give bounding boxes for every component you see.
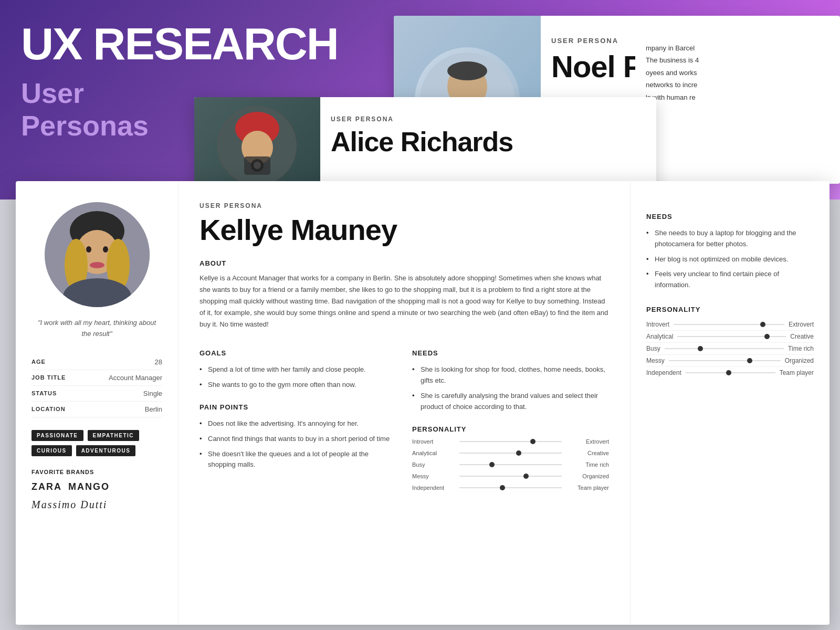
about-title: ABOUT [200,259,609,267]
brands-section: FAVORITE BRANDS ZARA MANGO Massimo Dutti [32,469,162,511]
slider-busy-timerich: Busy Time rich [412,461,609,468]
alice-persona-label: USER PERSONA [331,116,513,123]
slider-right-timerich: Time rich [567,461,609,468]
brand-zara: ZARA [32,481,62,492]
noel-right-text: mpany in Barcel The business is 4 oyees … [635,29,840,176]
needs-main-list: She is looking for shop for food, clothe… [412,362,609,414]
right-label-creative: Creative [790,333,814,340]
age-label: AGE [32,359,46,365]
slider-left-busy: Busy [412,461,454,468]
kellye-stats: AGE 28 JOB TITLE Account Manager STATUS … [32,354,162,417]
brand-mango: MANGO [68,481,110,492]
stat-age: AGE 28 [32,354,162,370]
kellye-quote: "I work with all my heart, thinking abou… [32,318,162,340]
svg-point-11 [254,162,261,169]
header-title-area: UX RESEARCH User Personas [21,21,338,142]
pain-3: She doesn't like the queues and a lot of… [200,447,396,473]
ux-research-title: UX RESEARCH [21,21,338,66]
brands-logos: ZARA MANGO Massimo Dutti [32,481,162,511]
slider-track-3 [459,464,562,465]
right-label-independent: Independent [646,369,681,376]
goals-title: GOALS [200,349,396,357]
location-label: LOCATION [32,406,66,412]
goal-2: She wants to go to the gym more often th… [200,377,396,393]
right-label-introvert: Introvert [646,321,669,328]
kellye-persona-label: USER PERSONA [200,202,609,209]
tag-curious: CURIOUS [32,445,72,456]
right-need-1: She needs to buy a laptop for blogging a… [646,226,814,252]
right-dot-2 [764,334,770,339]
need-2: She is carefully analysing the brand val… [412,388,609,415]
tag-passionate: PASSIONATE [32,430,83,441]
slider-right-organized: Organized [567,473,609,479]
slider-messy-organized: Messy Organized [412,473,609,479]
right-dot-3 [698,346,703,351]
goals-list: Spend a lot of time with her family and … [200,362,396,393]
slider-dot-1 [530,439,536,444]
slider-independent-teamplayer: Independent Team player [412,485,609,491]
right-dot-1 [760,322,765,327]
personality-main-title: PERSONALITY [412,425,609,433]
kellye-photo [45,202,150,307]
right-label-extrovert: Extrovert [789,321,814,328]
about-text: Kellye is a Account Manager that works f… [200,272,609,330]
slider-dot-2 [516,450,521,456]
tags-area: PASSIONATE EMPATHETIC CURIOUS ADVENTUROU… [32,430,162,456]
stat-location: LOCATION Berlin [32,402,162,417]
subtitle-line2: Personas [21,110,149,141]
slider-right-creative: Creative [567,450,609,456]
pain-points-list: Does not like the advertising. It's anno… [200,416,396,472]
goal-1: Spend a lot of time with her family and … [200,362,396,377]
right-need-2: Her blog is not optimized on mobile devi… [646,252,814,267]
job-value: Account Manager [109,374,162,382]
brand-massimo: Massimo Dutti [32,499,107,511]
right-label-organized: Organized [785,357,814,364]
pain-1: Does not like the advertising. It's anno… [200,416,396,432]
kellye-sidebar: "I work with all my heart, thinking abou… [16,181,178,625]
right-label-busy: Busy [646,345,660,352]
subtitle: User Personas [21,77,338,142]
slider-dot-3 [489,462,495,467]
right-needs-title: NEEDS [646,213,814,220]
right-label-timerich: Time rich [788,345,814,352]
svg-point-17 [103,246,108,253]
subtitle-line1: User [21,77,84,109]
card-kellye: "I work with all my heart, thinking abou… [16,181,830,625]
pain-points-title: PAIN POINTS [200,403,396,411]
slider-track-5 [459,487,562,488]
kellye-silhouette-svg [45,202,150,307]
location-value: Berlin [145,405,162,413]
right-dot-5 [726,370,731,375]
tag-empathetic: EMPATHETIC [88,430,140,441]
slider-track-2 [459,453,562,454]
slider-left-messy: Messy [412,473,454,479]
slider-track-1 [459,441,562,442]
kellye-persona-name: Kellye Mauney [200,213,609,247]
tag-adventurous: ADVENTUROUS [76,445,136,456]
status-label: STATUS [32,390,57,396]
two-col-layout: GOALS Spend a lot of time with her famil… [200,339,609,496]
alice-persona-name: Alice Richards [331,126,513,158]
slider-right-teamplayer: Team player [567,485,609,491]
slider-left-analytical: Analytical [412,450,454,456]
svg-point-4 [447,61,487,80]
right-dot-4 [747,358,752,363]
alice-persona-info: USER PERSONA Alice Richards [331,116,513,158]
right-label-messy: Messy [646,357,665,364]
age-value: 28 [155,358,162,366]
slider-track-4 [459,476,562,477]
right-personality-labels: Introvert Extrovert Analytical Creative … [646,319,814,379]
personality-sliders: Introvert Extrovert Analytical Creative [412,438,609,491]
slider-introvert-extrovert: Introvert Extrovert [412,438,609,445]
right-column: NEEDS She is looking for shop for food, … [412,339,609,496]
svg-point-16 [86,246,91,253]
left-column: GOALS Spend a lot of time with her famil… [200,339,396,496]
needs-main-title: NEEDS [412,349,609,357]
slider-left-introvert: Introvert [412,438,454,445]
right-label-analytical: Analytical [646,333,673,340]
kellye-right-panel: NEEDS She needs to buy a laptop for blog… [630,181,830,625]
job-label: JOB TITLE [32,374,66,381]
stat-status: STATUS Single [32,386,162,402]
right-personality-title: PERSONALITY [646,306,814,313]
kellye-main-content: USER PERSONA Kellye Mauney ABOUT Kellye … [178,181,630,625]
